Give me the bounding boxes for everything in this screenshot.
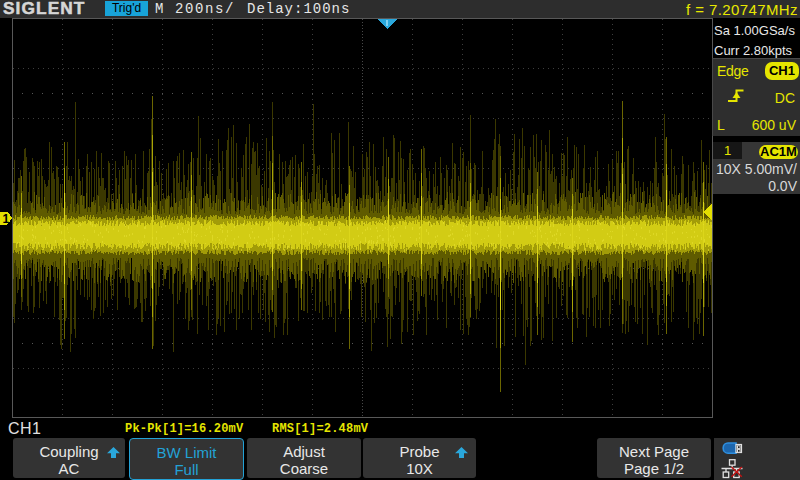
svg-text:1: 1 — [3, 212, 10, 226]
